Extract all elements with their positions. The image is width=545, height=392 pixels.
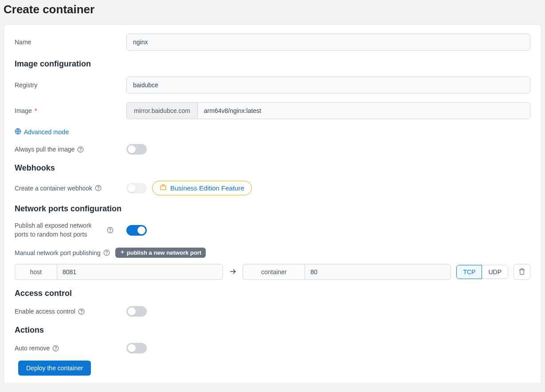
image-registry-addon: mirror.baidubce.com [126,102,197,119]
image-label: Image* [15,107,126,114]
actions-heading: Actions [15,326,530,335]
svg-rect-5 [161,186,166,190]
always-pull-label: Always pull the image [15,146,126,153]
help-icon[interactable] [107,227,114,233]
auto-remove-toggle[interactable] [126,343,147,353]
host-port-label: host [15,264,57,280]
webhooks-heading: Webhooks [15,163,530,173]
image-input[interactable] [197,102,530,119]
svg-point-13 [56,349,56,350]
svg-point-4 [98,189,98,190]
help-icon[interactable] [103,249,110,256]
container-port-input[interactable] [305,264,451,280]
enable-access-toggle[interactable] [126,306,147,317]
registry-label: Registry [15,82,126,89]
name-label: Name [15,39,126,46]
advanced-mode-text: Advanced mode [24,128,69,136]
svg-point-11 [81,313,82,313]
delete-port-button[interactable] [514,264,530,280]
image-config-heading: Image configuration [15,59,530,69]
help-icon[interactable] [78,308,85,315]
host-port-input[interactable] [57,264,223,280]
deploy-button[interactable]: Deploy the container [18,361,91,376]
auto-remove-text: Auto remove [15,345,50,352]
enable-access-label: Enable access control [15,308,126,315]
business-edition-pill[interactable]: Business Edition Feature [152,181,252,195]
always-pull-toggle[interactable] [126,144,147,155]
auto-remove-label: Auto remove [15,345,126,352]
manual-publish-text: Manual network port publishing [15,249,101,256]
image-label-text: Image [15,107,32,114]
plus-icon [120,249,125,256]
arrow-right-icon [228,267,237,277]
create-webhook-label: Create a container webhook [15,185,126,192]
svg-point-9 [106,254,107,255]
help-icon[interactable] [95,185,102,191]
protocol-group: TCP UDP [456,265,508,279]
create-container-panel: Name Image configuration Registry Image*… [4,24,541,383]
udp-button[interactable]: UDP [482,265,508,279]
tcp-button[interactable]: TCP [456,265,482,279]
create-webhook-toggle [126,183,147,194]
publish-all-toggle[interactable] [126,225,147,236]
briefcase-icon [160,184,167,192]
publish-all-text: Publish all exposed network ports to ran… [15,221,103,239]
svg-point-7 [110,231,110,232]
registry-select[interactable] [126,77,530,93]
svg-point-2 [81,151,81,151]
enable-access-text: Enable access control [15,308,75,315]
publish-new-port-button[interactable]: publish a new network port [115,248,206,258]
help-icon[interactable] [77,146,84,153]
globe-icon [15,128,21,136]
help-icon[interactable] [52,345,59,352]
manual-publish-label: Manual network port publishing [15,249,110,256]
network-heading: Network ports configuration [15,204,530,213]
port-mapping-row: host container TCP UDP [15,264,530,280]
advanced-mode-link[interactable]: Advanced mode [15,128,69,136]
container-port-label: container [243,264,305,280]
create-webhook-text: Create a container webhook [15,185,92,192]
access-control-heading: Access control [15,289,530,298]
trash-icon [518,268,525,276]
page-title: Create container [4,3,541,16]
publish-all-label: Publish all exposed network ports to ran… [15,221,126,239]
publish-new-port-text: publish a new network port [127,249,201,256]
always-pull-text: Always pull the image [15,146,74,153]
business-edition-text: Business Edition Feature [170,184,244,192]
name-input[interactable] [126,34,530,50]
